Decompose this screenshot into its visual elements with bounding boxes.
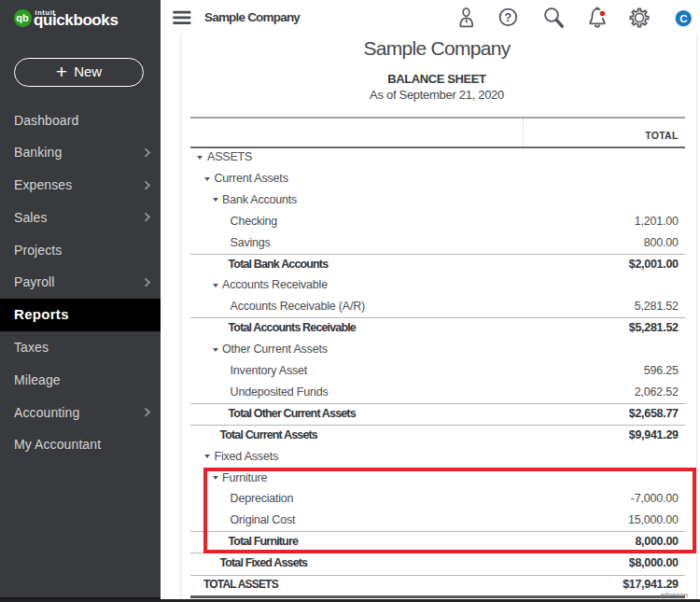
svg-text:C: C xyxy=(679,13,687,24)
svg-text:?: ? xyxy=(505,11,512,24)
